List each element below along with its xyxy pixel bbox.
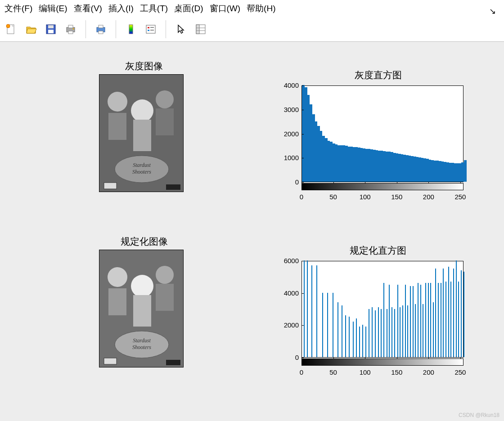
- grayscale-image: Stardust Shooters: [99, 74, 184, 192]
- subplot-normalized-image: 规定化图像 Stardust Shooters: [99, 235, 189, 366]
- menu-window[interactable]: 窗口(W): [210, 3, 241, 14]
- open-file-icon[interactable]: [24, 22, 38, 36]
- svg-rect-26: [108, 113, 126, 140]
- subplot-grayscale-image: 灰度图像 Stardust Shooters: [99, 60, 189, 190]
- data-cursor-icon[interactable]: [194, 22, 207, 36]
- svg-text:Stardust: Stardust: [133, 337, 151, 344]
- svg-rect-7: [68, 31, 73, 34]
- svg-rect-32: [104, 183, 117, 189]
- svg-rect-33: [166, 184, 180, 190]
- toolbar-separator: [166, 20, 166, 38]
- subplot-title: 灰度直方图: [288, 69, 468, 81]
- subplot-title: 规定化图像: [90, 235, 198, 248]
- normalized-image: Stardust Shooters: [99, 250, 184, 367]
- svg-point-35: [108, 267, 127, 287]
- toolbar-separator: [116, 20, 116, 38]
- menu-tools[interactable]: 工具(T): [140, 3, 168, 14]
- histogram-axes: 01000200030004000050100150200250: [279, 83, 468, 205]
- svg-rect-38: [108, 288, 126, 315]
- dock-arrow-icon[interactable]: ↘: [489, 6, 496, 16]
- svg-rect-27: [133, 120, 151, 151]
- svg-rect-6: [68, 25, 73, 28]
- svg-rect-12: [129, 25, 133, 34]
- svg-point-23: [108, 92, 127, 112]
- svg-rect-4: [48, 30, 54, 33]
- menu-desktop[interactable]: 桌面(D): [174, 3, 203, 14]
- svg-rect-40: [156, 284, 174, 311]
- colorbar-icon[interactable]: [124, 22, 138, 36]
- subplot-title: 灰度图像: [90, 60, 198, 72]
- svg-rect-11: [99, 31, 103, 34]
- print-icon[interactable]: [64, 22, 77, 36]
- svg-rect-14: [148, 27, 149, 28]
- new-file-icon[interactable]: [4, 22, 18, 36]
- histogram-axes: 0200040006000050100150200250: [279, 259, 468, 380]
- print-figure-icon[interactable]: [94, 22, 108, 36]
- manga-cover-placeholder: Stardust Shooters: [99, 250, 184, 367]
- svg-point-24: [131, 99, 153, 122]
- subplot-grayscale-histogram: 灰度直方图 01000200030004000050100150200250: [279, 69, 468, 190]
- svg-text:Stardust: Stardust: [133, 162, 151, 168]
- toolbar-separator: [86, 20, 86, 38]
- svg-point-8: [73, 28, 74, 30]
- watermark: CSDN @Rkun18: [459, 412, 500, 418]
- figure-area: 灰度图像 Stardust Shooters 灰度直方图 01000200030…: [0, 42, 504, 421]
- toolbar: [0, 17, 504, 42]
- save-icon[interactable]: [44, 22, 58, 36]
- subplot-title: 规定化直方图: [288, 244, 468, 257]
- svg-rect-28: [156, 108, 174, 135]
- svg-rect-13: [146, 25, 155, 33]
- svg-point-25: [156, 90, 174, 108]
- svg-point-1: [6, 24, 10, 28]
- svg-text:Shooters: Shooters: [132, 344, 151, 350]
- menu-insert[interactable]: 插入(I): [108, 3, 134, 14]
- svg-point-36: [131, 275, 153, 297]
- svg-text:Shooters: Shooters: [132, 169, 151, 175]
- menu-help[interactable]: 帮助(H): [247, 3, 275, 14]
- menu-bar: 文件(F) 编辑(E) 查看(V) 插入(I) 工具(T) 桌面(D) 窗口(W…: [0, 0, 504, 17]
- svg-point-37: [156, 266, 174, 284]
- menu-view[interactable]: 查看(V): [74, 3, 102, 14]
- menu-file[interactable]: 文件(F): [4, 3, 32, 14]
- svg-rect-3: [48, 25, 54, 28]
- subplot-normalized-histogram: 规定化直方图 0200040006000050100150200250: [279, 244, 468, 366]
- svg-rect-45: [166, 360, 180, 365]
- legend-icon[interactable]: [144, 22, 158, 36]
- manga-cover-placeholder: Stardust Shooters: [99, 75, 184, 192]
- svg-rect-44: [104, 358, 117, 364]
- menu-edit[interactable]: 编辑(E): [39, 3, 67, 14]
- pointer-icon[interactable]: [174, 22, 188, 36]
- svg-rect-19: [196, 25, 199, 34]
- svg-rect-10: [99, 25, 103, 28]
- svg-rect-15: [148, 30, 149, 31]
- svg-rect-39: [133, 295, 151, 327]
